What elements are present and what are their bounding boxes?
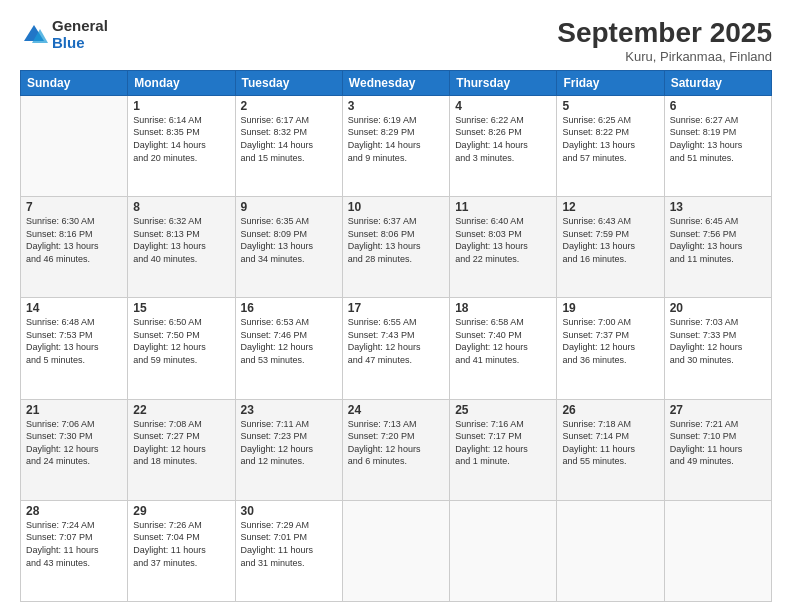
day-number: 19 [562, 301, 658, 315]
table-row [342, 500, 449, 601]
day-number: 25 [455, 403, 551, 417]
table-row: 19Sunrise: 7:00 AM Sunset: 7:37 PM Dayli… [557, 298, 664, 399]
table-row: 5Sunrise: 6:25 AM Sunset: 8:22 PM Daylig… [557, 95, 664, 196]
table-row: 16Sunrise: 6:53 AM Sunset: 7:46 PM Dayli… [235, 298, 342, 399]
day-number: 26 [562, 403, 658, 417]
col-saturday: Saturday [664, 70, 771, 95]
table-row: 6Sunrise: 6:27 AM Sunset: 8:19 PM Daylig… [664, 95, 771, 196]
table-row: 1Sunrise: 6:14 AM Sunset: 8:35 PM Daylig… [128, 95, 235, 196]
header: General Blue September 2025 Kuru, Pirkan… [20, 18, 772, 64]
cell-info: Sunrise: 6:19 AM Sunset: 8:29 PM Dayligh… [348, 114, 444, 164]
col-thursday: Thursday [450, 70, 557, 95]
table-row: 7Sunrise: 6:30 AM Sunset: 8:16 PM Daylig… [21, 197, 128, 298]
day-number: 4 [455, 99, 551, 113]
table-row: 17Sunrise: 6:55 AM Sunset: 7:43 PM Dayli… [342, 298, 449, 399]
calendar-week-row: 14Sunrise: 6:48 AM Sunset: 7:53 PM Dayli… [21, 298, 772, 399]
calendar-header-row: Sunday Monday Tuesday Wednesday Thursday… [21, 70, 772, 95]
cell-info: Sunrise: 7:00 AM Sunset: 7:37 PM Dayligh… [562, 316, 658, 366]
table-row: 30Sunrise: 7:29 AM Sunset: 7:01 PM Dayli… [235, 500, 342, 601]
cell-info: Sunrise: 6:40 AM Sunset: 8:03 PM Dayligh… [455, 215, 551, 265]
cell-info: Sunrise: 6:27 AM Sunset: 8:19 PM Dayligh… [670, 114, 766, 164]
calendar-week-row: 1Sunrise: 6:14 AM Sunset: 8:35 PM Daylig… [21, 95, 772, 196]
table-row: 29Sunrise: 7:26 AM Sunset: 7:04 PM Dayli… [128, 500, 235, 601]
day-number: 17 [348, 301, 444, 315]
day-number: 21 [26, 403, 122, 417]
table-row: 3Sunrise: 6:19 AM Sunset: 8:29 PM Daylig… [342, 95, 449, 196]
table-row: 27Sunrise: 7:21 AM Sunset: 7:10 PM Dayli… [664, 399, 771, 500]
table-row [450, 500, 557, 601]
day-number: 2 [241, 99, 337, 113]
table-row: 23Sunrise: 7:11 AM Sunset: 7:23 PM Dayli… [235, 399, 342, 500]
cell-info: Sunrise: 6:14 AM Sunset: 8:35 PM Dayligh… [133, 114, 229, 164]
table-row: 15Sunrise: 6:50 AM Sunset: 7:50 PM Dayli… [128, 298, 235, 399]
cell-info: Sunrise: 7:08 AM Sunset: 7:27 PM Dayligh… [133, 418, 229, 468]
cell-info: Sunrise: 6:53 AM Sunset: 7:46 PM Dayligh… [241, 316, 337, 366]
location: Kuru, Pirkanmaa, Finland [557, 49, 772, 64]
table-row: 20Sunrise: 7:03 AM Sunset: 7:33 PM Dayli… [664, 298, 771, 399]
title-block: September 2025 Kuru, Pirkanmaa, Finland [557, 18, 772, 64]
day-number: 16 [241, 301, 337, 315]
calendar-week-row: 28Sunrise: 7:24 AM Sunset: 7:07 PM Dayli… [21, 500, 772, 601]
cell-info: Sunrise: 6:50 AM Sunset: 7:50 PM Dayligh… [133, 316, 229, 366]
day-number: 27 [670, 403, 766, 417]
col-monday: Monday [128, 70, 235, 95]
cell-info: Sunrise: 6:37 AM Sunset: 8:06 PM Dayligh… [348, 215, 444, 265]
cell-info: Sunrise: 6:17 AM Sunset: 8:32 PM Dayligh… [241, 114, 337, 164]
table-row: 9Sunrise: 6:35 AM Sunset: 8:09 PM Daylig… [235, 197, 342, 298]
cell-info: Sunrise: 7:06 AM Sunset: 7:30 PM Dayligh… [26, 418, 122, 468]
cell-info: Sunrise: 7:18 AM Sunset: 7:14 PM Dayligh… [562, 418, 658, 468]
table-row: 2Sunrise: 6:17 AM Sunset: 8:32 PM Daylig… [235, 95, 342, 196]
table-row: 26Sunrise: 7:18 AM Sunset: 7:14 PM Dayli… [557, 399, 664, 500]
cell-info: Sunrise: 6:35 AM Sunset: 8:09 PM Dayligh… [241, 215, 337, 265]
day-number: 3 [348, 99, 444, 113]
table-row: 4Sunrise: 6:22 AM Sunset: 8:26 PM Daylig… [450, 95, 557, 196]
cell-info: Sunrise: 6:55 AM Sunset: 7:43 PM Dayligh… [348, 316, 444, 366]
calendar-week-row: 7Sunrise: 6:30 AM Sunset: 8:16 PM Daylig… [21, 197, 772, 298]
day-number: 24 [348, 403, 444, 417]
cell-info: Sunrise: 7:24 AM Sunset: 7:07 PM Dayligh… [26, 519, 122, 569]
table-row: 8Sunrise: 6:32 AM Sunset: 8:13 PM Daylig… [128, 197, 235, 298]
col-wednesday: Wednesday [342, 70, 449, 95]
day-number: 8 [133, 200, 229, 214]
day-number: 13 [670, 200, 766, 214]
day-number: 9 [241, 200, 337, 214]
day-number: 15 [133, 301, 229, 315]
table-row: 10Sunrise: 6:37 AM Sunset: 8:06 PM Dayli… [342, 197, 449, 298]
day-number: 18 [455, 301, 551, 315]
table-row: 11Sunrise: 6:40 AM Sunset: 8:03 PM Dayli… [450, 197, 557, 298]
cell-info: Sunrise: 7:16 AM Sunset: 7:17 PM Dayligh… [455, 418, 551, 468]
table-row: 25Sunrise: 7:16 AM Sunset: 7:17 PM Dayli… [450, 399, 557, 500]
table-row [557, 500, 664, 601]
col-friday: Friday [557, 70, 664, 95]
logo: General Blue [20, 18, 108, 51]
month-title: September 2025 [557, 18, 772, 49]
table-row: 12Sunrise: 6:43 AM Sunset: 7:59 PM Dayli… [557, 197, 664, 298]
cell-info: Sunrise: 6:48 AM Sunset: 7:53 PM Dayligh… [26, 316, 122, 366]
day-number: 28 [26, 504, 122, 518]
cell-info: Sunrise: 7:29 AM Sunset: 7:01 PM Dayligh… [241, 519, 337, 569]
day-number: 29 [133, 504, 229, 518]
day-number: 1 [133, 99, 229, 113]
cell-info: Sunrise: 6:25 AM Sunset: 8:22 PM Dayligh… [562, 114, 658, 164]
cell-info: Sunrise: 6:30 AM Sunset: 8:16 PM Dayligh… [26, 215, 122, 265]
day-number: 20 [670, 301, 766, 315]
table-row: 21Sunrise: 7:06 AM Sunset: 7:30 PM Dayli… [21, 399, 128, 500]
day-number: 23 [241, 403, 337, 417]
table-row [664, 500, 771, 601]
cell-info: Sunrise: 7:11 AM Sunset: 7:23 PM Dayligh… [241, 418, 337, 468]
table-row: 24Sunrise: 7:13 AM Sunset: 7:20 PM Dayli… [342, 399, 449, 500]
day-number: 30 [241, 504, 337, 518]
cell-info: Sunrise: 6:45 AM Sunset: 7:56 PM Dayligh… [670, 215, 766, 265]
cell-info: Sunrise: 6:32 AM Sunset: 8:13 PM Dayligh… [133, 215, 229, 265]
day-number: 5 [562, 99, 658, 113]
calendar-table: Sunday Monday Tuesday Wednesday Thursday… [20, 70, 772, 602]
col-tuesday: Tuesday [235, 70, 342, 95]
table-row [21, 95, 128, 196]
table-row: 22Sunrise: 7:08 AM Sunset: 7:27 PM Dayli… [128, 399, 235, 500]
cell-info: Sunrise: 7:03 AM Sunset: 7:33 PM Dayligh… [670, 316, 766, 366]
day-number: 12 [562, 200, 658, 214]
cell-info: Sunrise: 6:22 AM Sunset: 8:26 PM Dayligh… [455, 114, 551, 164]
cell-info: Sunrise: 6:43 AM Sunset: 7:59 PM Dayligh… [562, 215, 658, 265]
day-number: 22 [133, 403, 229, 417]
cell-info: Sunrise: 7:26 AM Sunset: 7:04 PM Dayligh… [133, 519, 229, 569]
